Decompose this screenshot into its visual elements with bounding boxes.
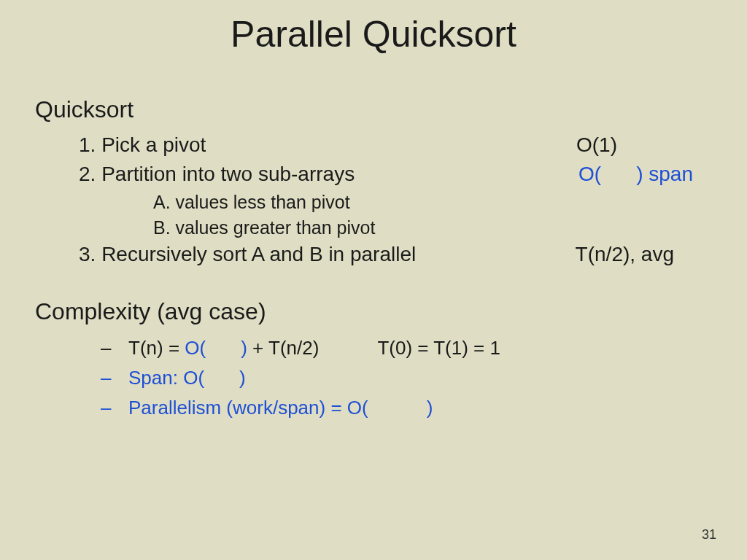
l3-post: ) (427, 397, 433, 419)
step-2-label: 2. Partition into two sub-arrays (79, 163, 355, 186)
l1-mid: + T(n/2) (247, 337, 320, 359)
l1-pre: T(n) = (128, 337, 185, 359)
step-2-cost-pre: O( (578, 163, 601, 185)
complexity-line-1-text: T(n) = O() + T(n/2)T(0) = T(1) = 1 (128, 337, 500, 359)
complexity-heading: Complexity (avg case) (35, 298, 712, 325)
dash-icon: – (101, 337, 128, 359)
l2-post: ) (239, 367, 246, 389)
slide-content: Quicksort 1. Pick a pivot O(1) 2. Partit… (0, 55, 747, 419)
complexity-line-2-text: Span: O() (128, 367, 246, 389)
step-2: 2. Partition into two sub-arrays O() spa… (35, 163, 712, 186)
dash-icon: – (101, 397, 128, 419)
l1-blue-post: ) (241, 337, 247, 359)
quicksort-heading: Quicksort (35, 96, 712, 123)
dash-icon: – (101, 367, 128, 389)
l2-pre: Span: O( (128, 367, 204, 389)
complexity-line-3-text: Parallelism (work/span) = O() (128, 397, 433, 419)
step-1-cost: O(1) (576, 133, 712, 157)
step-1: 1. Pick a pivot O(1) (35, 133, 712, 157)
page-number: 31 (702, 527, 716, 542)
step-2b: B. values greater than pivot (35, 217, 712, 238)
step-2-cost: O() span (578, 163, 712, 186)
step-2a: A. values less than pivot (35, 192, 712, 213)
step-3-cost: T(n/2), avg (576, 243, 712, 266)
l1-base: T(0) = T(1) = 1 (377, 337, 500, 359)
step-3: 3. Recursively sort A and B in parallel … (35, 243, 712, 266)
complexity-line-2: – Span: O() (35, 367, 712, 389)
step-2-cost-post: ) span (636, 163, 693, 185)
step-1-label: 1. Pick a pivot (79, 133, 206, 157)
complexity-line-3: – Parallelism (work/span) = O() (35, 397, 712, 419)
l1-blue-pre: O( (185, 337, 206, 359)
l3-pre: Parallelism (work/span) = O( (128, 397, 368, 419)
step-3-label: 3. Recursively sort A and B in parallel (79, 243, 416, 266)
complexity-line-1: – T(n) = O() + T(n/2)T(0) = T(1) = 1 (35, 337, 712, 359)
slide-title: Parallel Quicksort (0, 0, 747, 55)
